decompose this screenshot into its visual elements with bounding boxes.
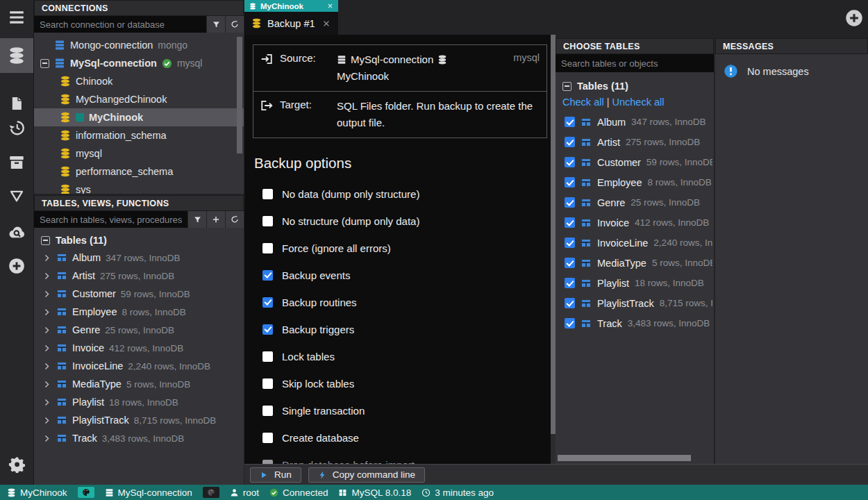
chevron-right-icon[interactable] — [42, 416, 51, 425]
connections-refresh-button[interactable] — [225, 16, 244, 33]
sidebar-item-filter[interactable] — [0, 184, 33, 208]
backup-option-row[interactable]: Backup routines — [262, 297, 556, 308]
table-tree-item[interactable]: MediaType 5 rows, InnoDB — [34, 375, 244, 393]
sidebar-item-files[interactable] — [0, 92, 33, 115]
option-checkbox[interactable] — [262, 189, 273, 199]
connection-tree-item[interactable]: Chinook — [34, 72, 244, 90]
choose-table-row[interactable]: MediaType 5 rows, InnoDB — [556, 253, 714, 273]
chevron-right-icon[interactable] — [42, 344, 51, 353]
option-checkbox[interactable] — [262, 243, 273, 253]
backup-scrollbar[interactable] — [551, 35, 556, 464]
chevron-right-icon[interactable] — [42, 362, 51, 371]
connection-tree-item[interactable]: MyChinook — [34, 108, 244, 126]
backup-option-row[interactable]: No structure (dump only data) — [262, 215, 556, 226]
chevron-right-icon[interactable] — [42, 253, 51, 262]
table-tree-item[interactable]: Customer 59 rows, InnoDB — [34, 285, 244, 303]
sidebar-item-add[interactable] — [0, 254, 33, 278]
backup-option-row[interactable]: Force (ignore all errors) — [262, 242, 556, 253]
table-checkbox[interactable] — [565, 318, 575, 328]
settings-gear-button[interactable] — [0, 453, 33, 476]
copy-command-line-button[interactable]: Copy command line — [308, 467, 425, 483]
tables-add-button[interactable] — [206, 211, 225, 228]
chevron-right-icon[interactable] — [42, 290, 51, 299]
tables-filter-button[interactable] — [187, 211, 206, 228]
connection-tree-item[interactable]: information_schema — [34, 126, 244, 144]
table-checkbox[interactable] — [565, 217, 575, 228]
new-tab-button[interactable] — [845, 9, 863, 27]
chevron-right-icon[interactable] — [42, 380, 51, 389]
table-tree-item[interactable]: Track 3,483 rows, InnoDB — [34, 429, 244, 447]
table-checkbox[interactable] — [565, 258, 575, 268]
connection-color-palette-button[interactable] — [203, 487, 219, 498]
backup-option-row[interactable]: No data (dump only structure) — [262, 188, 556, 199]
table-tree-item[interactable]: Invoice 412 rows, InnoDB — [34, 339, 244, 357]
tab-close-icon[interactable] — [322, 19, 331, 28]
table-tree-item[interactable]: Album 347 rows, InnoDB — [34, 249, 244, 267]
choose-table-row[interactable]: PlaylistTrack 8,715 rows, InnoDB — [556, 293, 714, 313]
backup-option-row[interactable]: Create database — [262, 432, 556, 443]
choose-tables-search-input[interactable] — [556, 54, 714, 72]
connections-filter-button[interactable] — [206, 16, 225, 33]
backup-scrollbar-thumb[interactable] — [551, 35, 556, 434]
backup-option-row[interactable]: Drop database before import — [262, 459, 556, 464]
option-checkbox[interactable] — [262, 351, 273, 362]
choose-table-row[interactable]: Invoice 412 rows, InnoDB — [556, 212, 714, 233]
connection-tree-item[interactable]: sys — [34, 181, 244, 194]
choose-table-row[interactable]: Employee 8 rows, InnoDB — [556, 172, 714, 192]
backup-option-row[interactable]: Single transaction — [262, 405, 556, 416]
table-tree-item[interactable]: Employee 8 rows, InnoDB — [34, 303, 244, 321]
table-checkbox[interactable] — [565, 157, 575, 167]
option-checkbox[interactable] — [262, 216, 273, 226]
choose-table-row[interactable]: Genre 25 rows, InnoDB — [556, 192, 714, 212]
option-checkbox[interactable] — [262, 378, 273, 389]
choose-table-row[interactable]: Album 347 rows, InnoDB — [556, 112, 714, 132]
tab-group-close-icon[interactable] — [327, 3, 333, 9]
table-tree-item[interactable]: Genre 25 rows, InnoDB — [34, 321, 244, 339]
table-checkbox[interactable] — [565, 298, 575, 308]
option-checkbox[interactable] — [262, 406, 273, 416]
backup-option-row[interactable]: Lock tables — [262, 351, 556, 362]
connections-search-input[interactable] — [34, 16, 206, 33]
collapse-toggle-icon[interactable] — [562, 82, 571, 91]
table-tree-item[interactable]: Artist 275 rows, InnoDB — [34, 267, 244, 285]
chevron-right-icon[interactable] — [42, 434, 51, 443]
option-checkbox[interactable] — [262, 433, 273, 443]
chevron-right-icon[interactable] — [42, 326, 51, 335]
option-checkbox[interactable] — [262, 270, 273, 281]
choose-tables-group-row[interactable]: Tables (11) — [556, 78, 714, 94]
uncheck-all-link[interactable]: Uncheck all — [612, 97, 664, 108]
choose-table-row[interactable]: Customer 59 rows, InnoDB — [556, 152, 714, 172]
chevron-right-icon[interactable] — [42, 398, 51, 407]
sidebar-item-cloud-search[interactable] — [0, 220, 33, 244]
database-color-palette-button[interactable] — [78, 487, 94, 498]
hamburger-menu-button[interactable] — [0, 3, 33, 31]
connection-tree-item[interactable]: performance_schema — [34, 162, 244, 181]
table-tree-item[interactable]: Playlist 18 rows, InnoDB — [34, 393, 244, 411]
connections-scrollbar[interactable] — [237, 37, 242, 153]
choose-table-row[interactable]: Artist 275 rows, InnoDB — [556, 132, 714, 152]
connection-tree-item[interactable]: mysql — [34, 144, 244, 162]
run-button[interactable]: Run — [250, 467, 301, 483]
chevron-right-icon[interactable] — [42, 308, 51, 317]
sidebar-item-databases[interactable] — [0, 38, 33, 73]
choose-table-row[interactable]: InvoiceLine 2,240 rows, InnoDB — [556, 233, 714, 253]
table-checkbox[interactable] — [565, 278, 575, 288]
connection-tree-item[interactable]: MySql-connection mysql — [34, 54, 244, 72]
check-all-link[interactable]: Check all — [562, 97, 604, 108]
option-checkbox[interactable] — [262, 324, 273, 335]
tables-search-input[interactable] — [34, 211, 187, 228]
table-checkbox[interactable] — [565, 177, 575, 188]
table-checkbox[interactable] — [565, 197, 575, 208]
table-checkbox[interactable] — [565, 137, 575, 147]
choose-table-row[interactable]: Track 3,483 rows, InnoDB — [556, 313, 714, 333]
table-checkbox[interactable] — [565, 117, 575, 127]
table-tree-item[interactable]: PlaylistTrack 8,715 rows, InnoDB — [34, 411, 244, 429]
sidebar-item-history[interactable] — [0, 116, 33, 140]
connection-tree-item[interactable]: Mongo-connection mongo — [34, 36, 244, 54]
choose-tables-horizontal-scrollbar[interactable] — [558, 455, 691, 461]
sidebar-item-archive[interactable] — [0, 151, 33, 174]
chevron-right-icon[interactable] — [42, 272, 51, 281]
tab-backup[interactable]: Backup #1 — [244, 12, 338, 35]
choose-table-row[interactable]: Playlist 18 rows, InnoDB — [556, 273, 714, 293]
backup-option-row[interactable]: Skip lock tables — [262, 378, 556, 389]
